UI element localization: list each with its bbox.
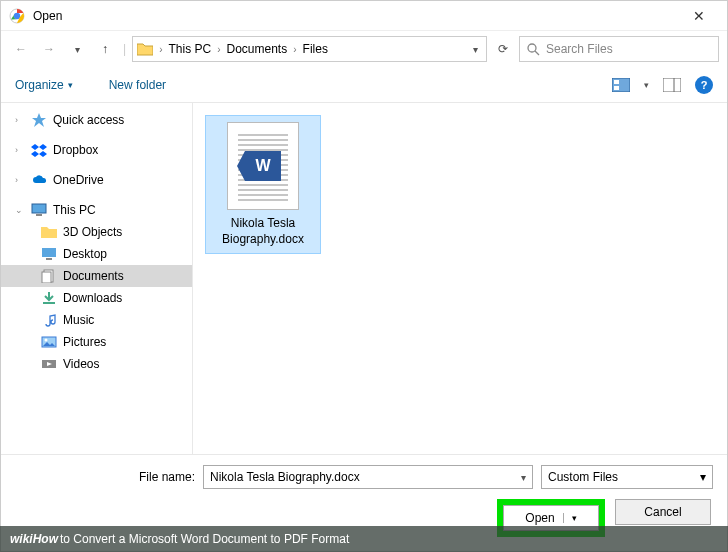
chevron-right-icon: › <box>15 115 25 125</box>
close-button[interactable]: ✕ <box>679 8 719 24</box>
refresh-button[interactable]: ⟳ <box>491 37 515 61</box>
chevron-down-icon[interactable]: ▾ <box>521 472 526 483</box>
split-chevron-icon[interactable]: ▾ <box>563 513 577 523</box>
tree-this-pc[interactable]: ⌄ This PC <box>1 199 192 221</box>
caption-text: to Convert a Microsoft Word Document to … <box>60 532 349 546</box>
tree-onedrive[interactable]: › OneDrive <box>1 169 192 191</box>
crumb-files[interactable]: Files <box>299 42 332 56</box>
window-title: Open <box>33 9 679 23</box>
chevron-right-icon: › <box>293 44 296 55</box>
svg-rect-7 <box>663 78 681 92</box>
dialog-body: › Quick access › Dropbox › OneDrive ⌄ Th… <box>1 103 727 454</box>
tree-dropbox[interactable]: › Dropbox <box>1 139 192 161</box>
toolbar: Organize ▾ New folder ▾ ? <box>1 67 727 103</box>
tree-pictures[interactable]: Pictures <box>1 331 192 353</box>
tree-quick-access[interactable]: › Quick access <box>1 109 192 131</box>
downloads-icon <box>41 290 57 306</box>
title-bar: Open ✕ <box>1 1 727 31</box>
forward-button[interactable]: → <box>37 37 61 61</box>
svg-rect-12 <box>46 258 52 260</box>
up-button[interactable]: ↑ <box>93 37 117 61</box>
chevron-down-icon[interactable]: ▾ <box>473 44 482 55</box>
preview-pane-button[interactable] <box>663 78 681 92</box>
organize-menu[interactable]: Organize ▾ <box>15 78 73 92</box>
nav-separator: | <box>123 42 126 56</box>
view-dropdown[interactable]: ▾ <box>644 80 649 90</box>
tree-desktop[interactable]: Desktop <box>1 243 192 265</box>
svg-rect-14 <box>42 272 51 283</box>
svg-rect-6 <box>614 86 619 90</box>
music-icon <box>41 312 57 328</box>
back-button[interactable]: ← <box>9 37 33 61</box>
svg-point-2 <box>528 44 536 52</box>
file-type-filter[interactable]: Custom Files ▾ <box>541 465 713 489</box>
search-placeholder: Search Files <box>546 42 613 56</box>
chevron-down-icon: ⌄ <box>15 205 25 215</box>
chevron-down-icon[interactable]: ▾ <box>700 470 706 484</box>
svg-rect-11 <box>42 248 56 257</box>
chevron-down-icon: ▾ <box>68 80 73 90</box>
crumb-documents[interactable]: Documents <box>223 42 292 56</box>
tree-documents[interactable]: Documents <box>1 265 192 287</box>
chrome-icon <box>9 8 25 24</box>
svg-rect-9 <box>32 204 46 213</box>
chevron-right-icon: › <box>15 145 25 155</box>
crumb-this-pc[interactable]: This PC <box>164 42 215 56</box>
file-list[interactable]: W Nikola Tesla Biography.docx <box>193 103 727 454</box>
filename-input[interactable]: Nikola Tesla Biography.docx ▾ <box>203 465 533 489</box>
recent-dropdown[interactable]: ▾ <box>65 37 89 61</box>
folder-icon <box>41 224 57 240</box>
file-name-label: Nikola Tesla Biography.docx <box>212 216 314 247</box>
tree-music[interactable]: Music <box>1 309 192 331</box>
word-document-icon: W <box>227 122 299 210</box>
tree-videos[interactable]: Videos <box>1 353 192 375</box>
open-dialog: Open ✕ ← → ▾ ↑ | › This PC › Documents ›… <box>0 0 728 552</box>
svg-line-3 <box>535 51 539 55</box>
breadcrumb-bar[interactable]: › This PC › Documents › Files ▾ <box>132 36 487 62</box>
documents-icon <box>41 268 57 284</box>
svg-rect-5 <box>614 80 619 84</box>
search-input[interactable]: Search Files <box>519 36 719 62</box>
cancel-button[interactable]: Cancel <box>615 499 711 525</box>
nav-tree: › Quick access › Dropbox › OneDrive ⌄ Th… <box>1 103 193 454</box>
tree-3d-objects[interactable]: 3D Objects <box>1 221 192 243</box>
pictures-icon <box>41 334 57 350</box>
view-options-button[interactable] <box>612 78 630 92</box>
star-icon <box>31 112 47 128</box>
wikihow-brand: wikiHow <box>10 532 58 546</box>
cloud-icon <box>31 172 47 188</box>
chevron-right-icon: › <box>159 44 162 55</box>
chevron-right-icon: › <box>217 44 220 55</box>
file-item-selected[interactable]: W Nikola Tesla Biography.docx <box>205 115 321 254</box>
svg-point-16 <box>45 339 48 342</box>
nav-bar: ← → ▾ ↑ | › This PC › Documents › Files … <box>1 31 727 67</box>
folder-icon <box>137 42 153 56</box>
chevron-right-icon: › <box>15 175 25 185</box>
filename-label: File name: <box>15 470 195 484</box>
help-button[interactable]: ? <box>695 76 713 94</box>
videos-icon <box>41 356 57 372</box>
new-folder-button[interactable]: New folder <box>109 78 166 92</box>
pc-icon <box>31 202 47 218</box>
wikihow-caption: wikiHow to Convert a Microsoft Word Docu… <box>0 526 728 552</box>
svg-rect-10 <box>36 214 42 216</box>
desktop-icon <box>41 246 57 262</box>
tree-downloads[interactable]: Downloads <box>1 287 192 309</box>
dropbox-icon <box>31 142 47 158</box>
search-icon <box>526 42 540 56</box>
